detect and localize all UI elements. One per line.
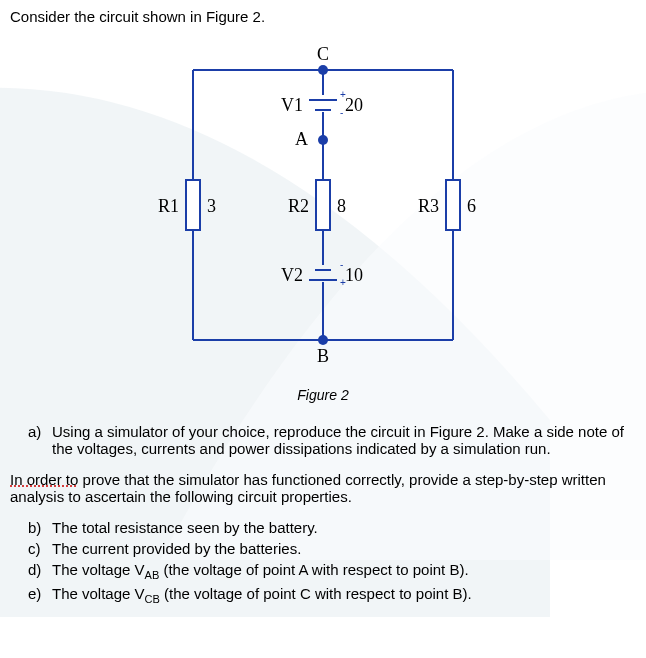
mid-paragraph: In order to prove that the simulator has…: [10, 471, 636, 505]
svg-text:-: -: [340, 259, 343, 270]
node-b-label: B: [317, 346, 329, 366]
r3-label: R3: [418, 196, 439, 216]
node-a-label: A: [295, 129, 308, 149]
r2-label: R2: [288, 196, 309, 216]
qa-letter: a): [28, 423, 52, 457]
question-d: d) The voltage VAB (the voltage of point…: [28, 561, 636, 581]
qe-text: The voltage VCB (the voltage of point C …: [52, 585, 472, 605]
qb-letter: b): [28, 519, 52, 536]
v1-value: 20: [345, 95, 363, 115]
question-c: c) The current provided by the batteries…: [28, 540, 636, 557]
qc-text: The current provided by the batteries.: [52, 540, 301, 557]
v1-label: V1: [281, 95, 303, 115]
svg-text:+: +: [340, 89, 346, 100]
qb-text: The total resistance seen by the battery…: [52, 519, 318, 536]
question-e: e) The voltage VCB (the voltage of point…: [28, 585, 636, 605]
svg-rect-16: [316, 180, 330, 230]
v2-value: 10: [345, 265, 363, 285]
qa-text: Using a simulator of your choice, reprod…: [52, 423, 636, 457]
figure-caption: Figure 2: [10, 387, 636, 403]
svg-text:-: -: [340, 107, 343, 118]
qd-text: The voltage VAB (the voltage of point A …: [52, 561, 469, 581]
svg-point-20: [318, 335, 328, 345]
question-b: b) The total resistance seen by the batt…: [28, 519, 636, 536]
circuit-figure: C A B V1 20 + - V2 10 - + R1 3 R2 8 R3 6: [10, 40, 636, 373]
svg-point-18: [318, 65, 328, 75]
intro-text: Consider the circuit shown in Figure 2.: [10, 8, 636, 25]
v2-label: V2: [281, 265, 303, 285]
node-c-label: C: [317, 44, 329, 64]
svg-point-19: [318, 135, 328, 145]
r1-value: 3: [207, 196, 216, 216]
svg-text:+: +: [340, 277, 346, 288]
qe-letter: e): [28, 585, 52, 605]
mid-rest: prove that the simulator has functioned …: [10, 471, 606, 505]
qd-letter: d): [28, 561, 52, 581]
svg-rect-15: [186, 180, 200, 230]
r1-label: R1: [158, 196, 179, 216]
question-a: a) Using a simulator of your choice, rep…: [28, 423, 636, 457]
r3-value: 6: [467, 196, 476, 216]
svg-rect-17: [446, 180, 460, 230]
mid-lead: In order to: [10, 471, 78, 488]
r2-value: 8: [337, 196, 346, 216]
qc-letter: c): [28, 540, 52, 557]
